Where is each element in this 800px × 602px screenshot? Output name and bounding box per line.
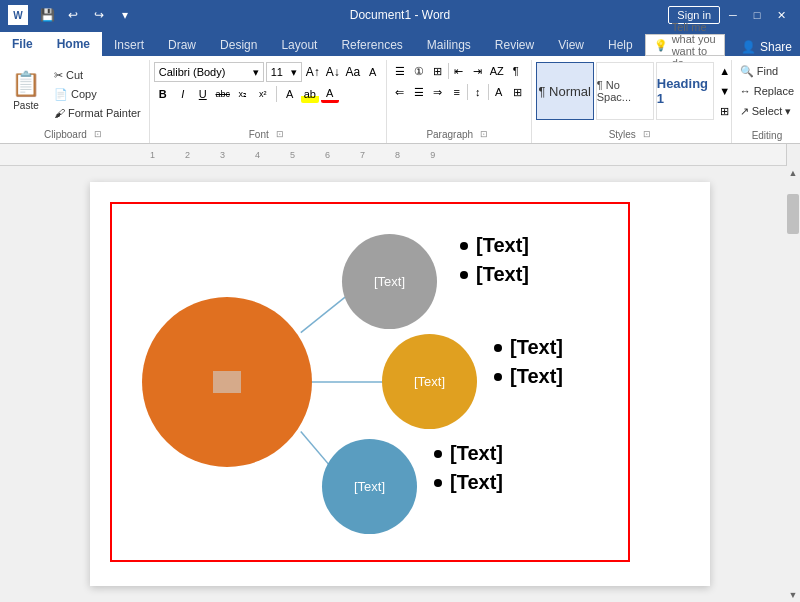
text-effects-btn[interactable]: A <box>281 85 299 103</box>
tab-view[interactable]: View <box>546 34 596 56</box>
redo-qat-btn[interactable]: ↪ <box>88 4 110 26</box>
styles-label: Styles ⊡ <box>536 125 727 143</box>
undo-qat-btn[interactable]: ↩ <box>62 4 84 26</box>
tab-references[interactable]: References <box>329 34 414 56</box>
tell-me-box[interactable]: 💡 Tell me what you want to do <box>645 34 725 56</box>
numbering-btn[interactable]: ① <box>410 62 428 80</box>
font-size-decrease-btn[interactable]: A↓ <box>324 63 342 81</box>
ruler-mark: 3 <box>220 150 225 160</box>
sort-btn[interactable]: AZ <box>488 62 506 80</box>
circle-top-label: [Text] <box>374 274 405 289</box>
paragraph-expand[interactable]: ⊡ <box>477 127 491 141</box>
text-highlight-btn[interactable]: ab <box>301 85 319 103</box>
font-size-label: 11 <box>271 66 283 78</box>
tab-insert[interactable]: Insert <box>102 34 156 56</box>
align-left-btn[interactable]: ⇐ <box>391 83 409 101</box>
tab-home[interactable]: Home <box>45 32 102 56</box>
font-dropdown-arrow: ▾ <box>253 66 259 79</box>
show-hide-btn[interactable]: ¶ <box>507 62 525 80</box>
ruler-mark: 6 <box>325 150 330 160</box>
vertical-scrollbar[interactable]: ▲ ▼ <box>786 166 800 602</box>
cut-button[interactable]: ✂ Cut <box>50 66 145 84</box>
styles-expand[interactable]: ⊡ <box>640 127 654 141</box>
paste-button[interactable]: 📋 Paste <box>4 62 48 118</box>
bullet-group-mid: [Text] [Text] <box>494 336 563 388</box>
bullet-group-bot: [Text] [Text] <box>434 442 503 494</box>
bullet-dot <box>460 271 468 279</box>
tab-file[interactable]: File <box>0 32 45 56</box>
clipboard-expand[interactable]: ⊡ <box>91 127 105 141</box>
tab-draw[interactable]: Draw <box>156 34 208 56</box>
copy-button[interactable]: 📄 Copy <box>50 85 145 103</box>
restore-button[interactable]: □ <box>746 4 768 26</box>
bullet-dot <box>434 479 442 487</box>
scroll-thumb[interactable] <box>787 194 799 234</box>
small-circle-mid[interactable]: [Text] <box>382 334 477 429</box>
ruler: 1 2 3 4 5 6 7 8 9 <box>0 144 800 166</box>
scroll-up-arrow[interactable]: ▲ <box>786 166 800 180</box>
shading-btn[interactable]: A <box>490 83 508 101</box>
document-area: ▲ ▼ [Text] <box>0 166 800 602</box>
underline-button[interactable]: U <box>194 85 212 103</box>
find-button[interactable]: 🔍 Find <box>736 62 782 80</box>
share-icon: 👤 <box>741 40 756 54</box>
tab-review[interactable]: Review <box>483 34 546 56</box>
tab-layout[interactable]: Layout <box>269 34 329 56</box>
subscript-button[interactable]: x₂ <box>234 85 252 103</box>
font-expand[interactable]: ⊡ <box>273 127 287 141</box>
small-circle-bot[interactable]: [Text] <box>322 439 417 534</box>
bullet-mid-1-text: [Text] <box>510 336 563 359</box>
style-heading1[interactable]: Heading 1 <box>656 62 714 120</box>
superscript-button[interactable]: x² <box>254 85 272 103</box>
style-nospace[interactable]: ¶ No Spac... <box>596 62 654 120</box>
tab-mailings[interactable]: Mailings <box>415 34 483 56</box>
para-row1: ☰ ① ⊞ ⇤ ⇥ AZ ¶ <box>391 62 525 80</box>
font-name-selector[interactable]: Calibri (Body) ▾ <box>154 62 264 82</box>
bullets-btn[interactable]: ☰ <box>391 62 409 80</box>
bullet-top-1-text: [Text] <box>476 234 529 257</box>
strikethrough-button[interactable]: abc <box>214 85 232 103</box>
change-case-btn[interactable]: Aa <box>344 63 362 81</box>
font-size-selector[interactable]: 11 ▾ <box>266 62 302 82</box>
editing-label: Editing <box>736 128 798 143</box>
format-painter-button[interactable]: 🖌 Format Painter <box>50 104 145 122</box>
scroll-down-arrow[interactable]: ▼ <box>786 588 800 602</box>
smartart-container[interactable]: [Text] [Text] [Text] [Text] [Text] <box>110 202 630 562</box>
increase-indent-btn[interactable]: ⇥ <box>469 62 487 80</box>
paragraph-label: Paragraph ⊡ <box>391 125 527 143</box>
large-circle[interactable] <box>142 297 312 467</box>
select-button[interactable]: ↗ Select ▾ <box>736 102 796 120</box>
minimize-button[interactable]: ─ <box>722 4 744 26</box>
style-normal-preview: ¶ Normal <box>539 84 592 99</box>
style-normal[interactable]: ¶ Normal <box>536 62 594 120</box>
justify-btn[interactable]: ≡ <box>448 83 466 101</box>
line-spacing-btn[interactable]: ↕ <box>469 83 487 101</box>
bold-button[interactable]: B <box>154 85 172 103</box>
tab-help[interactable]: Help <box>596 34 645 56</box>
tab-design[interactable]: Design <box>208 34 269 56</box>
multilevel-btn[interactable]: ⊞ <box>429 62 447 80</box>
italic-button[interactable]: I <box>174 85 192 103</box>
lightbulb-icon: 💡 <box>654 39 668 52</box>
ruler-mark: 9 <box>430 150 435 160</box>
decrease-indent-btn[interactable]: ⇤ <box>450 62 468 80</box>
circle-bot-label: [Text] <box>354 479 385 494</box>
para-row2: ⇐ ☰ ⇒ ≡ ↕ A ⊞ <box>391 83 527 101</box>
save-qat-btn[interactable]: 💾 <box>36 4 58 26</box>
share-button[interactable]: 👤 Share <box>733 38 800 56</box>
font-size-arrow: ▾ <box>291 66 297 79</box>
font-label: Font ⊡ <box>154 125 382 143</box>
align-center-btn[interactable]: ☰ <box>410 83 428 101</box>
close-button[interactable]: ✕ <box>770 4 792 26</box>
ruler-mark: 8 <box>395 150 400 160</box>
window-title: Document1 - Word <box>350 8 450 22</box>
search-icon: 🔍 <box>740 65 754 78</box>
font-color-btn[interactable]: A <box>321 85 339 103</box>
small-circle-top[interactable]: [Text] <box>342 234 437 329</box>
borders-btn[interactable]: ⊞ <box>509 83 527 101</box>
qat-more-btn[interactable]: ▾ <box>114 4 136 26</box>
font-size-increase-btn[interactable]: A↑ <box>304 63 322 81</box>
align-right-btn[interactable]: ⇒ <box>429 83 447 101</box>
replace-button[interactable]: ↔ Replace <box>736 82 798 100</box>
clear-format-btn[interactable]: A <box>364 63 382 81</box>
